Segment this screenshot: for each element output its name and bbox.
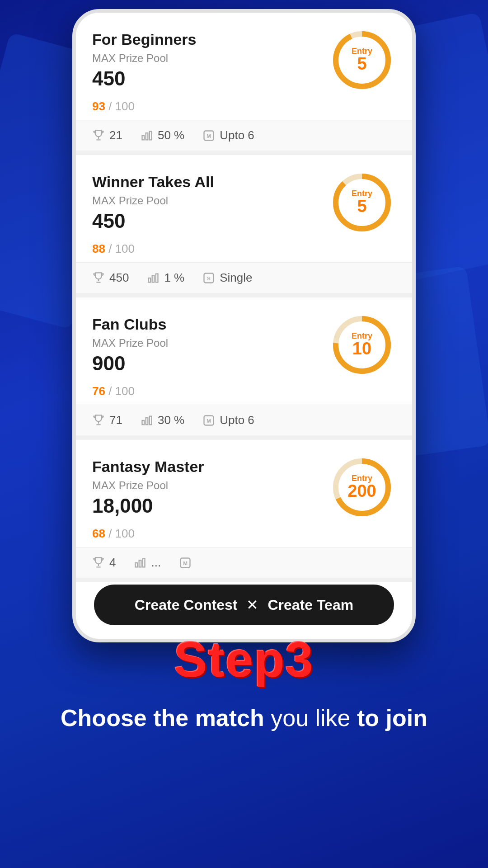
card-stats: 71 30 % M Upto 6 <box>76 405 412 435</box>
card-title: Fan Clubs <box>92 316 168 333</box>
svg-rect-11 <box>156 274 158 282</box>
svg-rect-16 <box>142 420 144 425</box>
stat-item: S Single <box>202 271 252 285</box>
trophy-icon <box>92 414 105 427</box>
svg-rect-2 <box>142 136 144 140</box>
svg-rect-18 <box>150 416 152 425</box>
stat-value: Upto 6 <box>220 413 254 427</box>
subtitle-bold-1: Choose the match <box>61 705 264 731</box>
stat-item: 71 <box>92 413 122 427</box>
bar-chart-icon <box>147 272 160 284</box>
svg-text:M: M <box>206 132 211 138</box>
stat-value: Upto 6 <box>220 128 254 142</box>
step-section: Step3 Choose the match you like to join <box>0 497 488 868</box>
stat-value: 30 % <box>158 413 184 427</box>
bar-chart-icon <box>141 414 153 427</box>
fill-progress: 93 / 100 <box>76 99 412 120</box>
fill-total: / 100 <box>108 242 135 255</box>
prize-label: MAX Prize Pool <box>92 52 196 65</box>
stat-value: 50 % <box>158 128 184 142</box>
svg-rect-17 <box>146 418 148 425</box>
card-info: Winner Takes All MAX Prize Pool 450 <box>92 173 214 232</box>
stat-value: 21 <box>109 128 122 142</box>
svg-rect-9 <box>149 278 151 282</box>
badge-m-icon: M <box>202 129 215 142</box>
trophy-icon <box>92 272 105 284</box>
svg-rect-4 <box>150 131 152 140</box>
fill-total: / 100 <box>108 384 135 398</box>
stat-item: M Upto 6 <box>202 128 254 142</box>
svg-rect-3 <box>146 133 148 140</box>
subtitle-bold-2: to join <box>357 705 427 731</box>
fill-progress: 76 / 100 <box>76 383 412 405</box>
svg-text:M: M <box>206 417 211 423</box>
subtitle-normal: you like <box>264 705 357 731</box>
stat-value: 71 <box>109 413 122 427</box>
prize-amount: 450 <box>92 67 196 90</box>
svg-text:S: S <box>207 275 211 281</box>
entry-number: 5 <box>352 54 372 74</box>
badge-s-icon: S <box>202 272 215 284</box>
entry-donut: Entry 10 <box>328 311 396 379</box>
trophy-icon <box>92 129 105 142</box>
stat-item: 1 % <box>147 271 184 285</box>
badge-m-icon: M <box>202 414 215 427</box>
entry-number: 10 <box>352 339 372 359</box>
entry-donut: Entry 5 <box>328 26 396 94</box>
stat-item: M Upto 6 <box>202 413 254 427</box>
step-title: Step3 <box>174 631 314 688</box>
step-subtitle: Choose the match you like to join <box>61 702 427 735</box>
card-info: Fan Clubs MAX Prize Pool 900 <box>92 316 168 375</box>
prize-label: MAX Prize Pool <box>92 194 214 207</box>
stat-value: 1 % <box>164 271 184 285</box>
bar-chart-icon <box>141 129 153 142</box>
prize-amount: 900 <box>92 352 168 375</box>
entry-number: 5 <box>352 197 372 216</box>
prize-label: MAX Prize Pool <box>92 337 168 349</box>
contest-card-beginners[interactable]: For Beginners MAX Prize Pool 450 Entry 5… <box>76 13 412 155</box>
card-title: For Beginners <box>92 31 196 48</box>
fill-total: / 100 <box>108 99 135 113</box>
stat-item: 50 % <box>141 128 184 142</box>
contest-card-fan-clubs[interactable]: Fan Clubs MAX Prize Pool 900 Entry 10 76… <box>76 297 412 440</box>
contest-list: For Beginners MAX Prize Pool 450 Entry 5… <box>76 13 412 582</box>
stat-value: Single <box>220 271 252 285</box>
prize-amount: 450 <box>92 210 214 232</box>
card-stats: 21 50 % M Upto 6 <box>76 120 412 151</box>
card-info: For Beginners MAX Prize Pool 450 <box>92 31 196 90</box>
stat-item: 30 % <box>141 413 184 427</box>
svg-rect-10 <box>152 275 155 282</box>
stat-item: 21 <box>92 128 122 142</box>
card-title: Fantasy Master <box>92 458 204 476</box>
entry-donut: Entry 5 <box>328 169 396 236</box>
card-stats: 450 1 % S Single <box>76 262 412 293</box>
card-title: Winner Takes All <box>92 173 214 191</box>
contest-card-winner-takes-all[interactable]: Winner Takes All MAX Prize Pool 450 Entr… <box>76 155 412 297</box>
stat-value: 450 <box>109 271 129 285</box>
fill-progress: 88 / 100 <box>76 241 412 262</box>
prize-label: MAX Prize Pool <box>92 479 204 492</box>
stat-item: 450 <box>92 271 129 285</box>
